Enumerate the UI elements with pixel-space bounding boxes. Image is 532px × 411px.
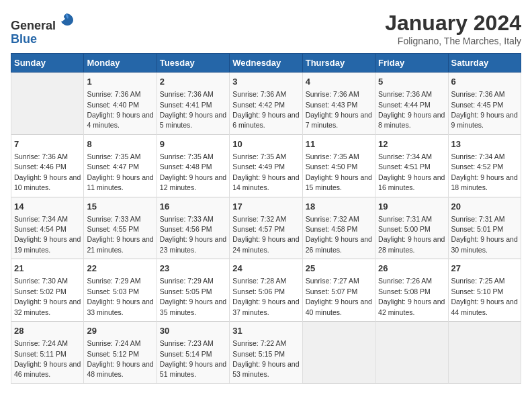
day-number: 14	[14, 201, 81, 213]
location-text: Folignano, The Marches, Italy	[385, 36, 521, 46]
header-saturday: Saturday	[448, 54, 521, 73]
day-cell: 18Sunrise: 7:32 AMSunset: 4:58 PMDayligh…	[302, 197, 375, 259]
day-number: 7	[14, 138, 81, 150]
day-number: 8	[87, 138, 153, 150]
logo-blue-text: Blue	[11, 32, 37, 46]
day-number: 30	[160, 325, 226, 337]
day-number: 18	[306, 201, 372, 213]
day-cell: 17Sunrise: 7:32 AMSunset: 4:57 PMDayligh…	[230, 197, 302, 259]
day-cell: 21Sunrise: 7:30 AMSunset: 5:02 PMDayligh…	[11, 259, 84, 322]
sunrise-text: Sunrise: 7:32 AMSunset: 4:58 PMDaylight:…	[306, 215, 372, 254]
day-cell: 12Sunrise: 7:34 AMSunset: 4:51 PMDayligh…	[375, 134, 448, 197]
day-number: 5	[378, 76, 445, 88]
header-sunday: Sunday	[11, 54, 84, 73]
day-number: 6	[451, 76, 518, 88]
day-cell: 25Sunrise: 7:27 AMSunset: 5:07 PMDayligh…	[302, 259, 375, 322]
page-header: General Blue January 2024 Folignano, The…	[11, 11, 521, 46]
logo: General Blue	[11, 11, 76, 46]
day-cell: 2Sunrise: 7:36 AMSunset: 4:41 PMDaylight…	[157, 73, 229, 135]
sunrise-text: Sunrise: 7:31 AMSunset: 5:01 PMDaylight:…	[451, 215, 518, 254]
day-cell	[375, 322, 448, 384]
sunrise-text: Sunrise: 7:24 AMSunset: 5:11 PMDaylight:…	[14, 339, 81, 378]
day-cell	[302, 322, 375, 384]
day-number: 9	[160, 138, 226, 150]
day-cell: 7Sunrise: 7:36 AMSunset: 4:46 PMDaylight…	[11, 134, 84, 197]
sunrise-text: Sunrise: 7:35 AMSunset: 4:48 PMDaylight:…	[160, 152, 226, 191]
day-number: 24	[232, 263, 299, 275]
sunrise-text: Sunrise: 7:25 AMSunset: 5:10 PMDaylight:…	[451, 277, 518, 316]
day-cell: 28Sunrise: 7:24 AMSunset: 5:11 PMDayligh…	[11, 322, 84, 384]
day-cell: 4Sunrise: 7:36 AMSunset: 4:43 PMDaylight…	[302, 73, 375, 135]
header-monday: Monday	[84, 54, 157, 73]
day-number: 15	[87, 201, 153, 213]
sunrise-text: Sunrise: 7:36 AMSunset: 4:41 PMDaylight:…	[160, 90, 226, 129]
sunrise-text: Sunrise: 7:29 AMSunset: 5:03 PMDaylight:…	[87, 277, 153, 316]
sunrise-text: Sunrise: 7:34 AMSunset: 4:52 PMDaylight:…	[451, 152, 518, 191]
week-row-3: 14Sunrise: 7:34 AMSunset: 4:54 PMDayligh…	[11, 197, 521, 259]
day-number: 1	[87, 76, 153, 88]
header-wednesday: Wednesday	[230, 54, 302, 73]
day-number: 4	[306, 76, 372, 88]
day-number: 29	[87, 325, 153, 337]
week-row-4: 21Sunrise: 7:30 AMSunset: 5:02 PMDayligh…	[11, 259, 521, 322]
day-cell: 14Sunrise: 7:34 AMSunset: 4:54 PMDayligh…	[11, 197, 84, 259]
day-cell: 11Sunrise: 7:35 AMSunset: 4:50 PMDayligh…	[302, 134, 375, 197]
sunrise-text: Sunrise: 7:31 AMSunset: 5:00 PMDaylight:…	[378, 215, 445, 254]
day-number: 10	[232, 138, 299, 150]
day-cell: 31Sunrise: 7:22 AMSunset: 5:15 PMDayligh…	[230, 322, 302, 384]
week-row-5: 28Sunrise: 7:24 AMSunset: 5:11 PMDayligh…	[11, 322, 521, 384]
day-cell: 30Sunrise: 7:23 AMSunset: 5:14 PMDayligh…	[157, 322, 229, 384]
sunrise-text: Sunrise: 7:34 AMSunset: 4:51 PMDaylight:…	[378, 152, 445, 191]
sunrise-text: Sunrise: 7:36 AMSunset: 4:46 PMDaylight:…	[14, 152, 81, 191]
day-number: 11	[306, 138, 372, 150]
day-number: 12	[378, 138, 445, 150]
sunrise-text: Sunrise: 7:26 AMSunset: 5:08 PMDaylight:…	[378, 277, 445, 316]
logo-bird-icon	[57, 11, 76, 30]
day-number: 31	[232, 325, 299, 337]
day-cell: 5Sunrise: 7:36 AMSunset: 4:44 PMDaylight…	[375, 73, 448, 135]
sunrise-text: Sunrise: 7:23 AMSunset: 5:14 PMDaylight:…	[160, 339, 226, 378]
day-cell: 3Sunrise: 7:36 AMSunset: 4:42 PMDaylight…	[230, 73, 302, 135]
sunrise-text: Sunrise: 7:33 AMSunset: 4:55 PMDaylight:…	[87, 215, 153, 254]
sunrise-text: Sunrise: 7:27 AMSunset: 5:07 PMDaylight:…	[306, 277, 372, 316]
day-number: 23	[160, 263, 226, 275]
week-row-1: 1Sunrise: 7:36 AMSunset: 4:40 PMDaylight…	[11, 73, 521, 135]
day-cell: 1Sunrise: 7:36 AMSunset: 4:40 PMDaylight…	[84, 73, 157, 135]
sunrise-text: Sunrise: 7:24 AMSunset: 5:12 PMDaylight:…	[87, 339, 153, 378]
day-cell: 6Sunrise: 7:36 AMSunset: 4:45 PMDaylight…	[448, 73, 521, 135]
day-cell: 9Sunrise: 7:35 AMSunset: 4:48 PMDaylight…	[157, 134, 229, 197]
sunrise-text: Sunrise: 7:33 AMSunset: 4:56 PMDaylight:…	[160, 215, 226, 254]
sunrise-text: Sunrise: 7:35 AMSunset: 4:47 PMDaylight:…	[87, 152, 153, 191]
day-number: 21	[14, 263, 81, 275]
day-cell: 16Sunrise: 7:33 AMSunset: 4:56 PMDayligh…	[157, 197, 229, 259]
sunrise-text: Sunrise: 7:35 AMSunset: 4:49 PMDaylight:…	[232, 152, 299, 191]
sunrise-text: Sunrise: 7:35 AMSunset: 4:50 PMDaylight:…	[306, 152, 372, 191]
day-cell: 26Sunrise: 7:26 AMSunset: 5:08 PMDayligh…	[375, 259, 448, 322]
day-cell: 13Sunrise: 7:34 AMSunset: 4:52 PMDayligh…	[448, 134, 521, 197]
day-number: 16	[160, 201, 226, 213]
sunrise-text: Sunrise: 7:29 AMSunset: 5:05 PMDaylight:…	[160, 277, 226, 316]
header-thursday: Thursday	[302, 54, 375, 73]
sunrise-text: Sunrise: 7:34 AMSunset: 4:54 PMDaylight:…	[14, 215, 81, 254]
sunrise-text: Sunrise: 7:32 AMSunset: 4:57 PMDaylight:…	[232, 215, 299, 254]
day-number: 26	[378, 263, 445, 275]
week-row-2: 7Sunrise: 7:36 AMSunset: 4:46 PMDaylight…	[11, 134, 521, 197]
day-number: 3	[232, 76, 299, 88]
day-cell: 22Sunrise: 7:29 AMSunset: 5:03 PMDayligh…	[84, 259, 157, 322]
day-cell	[11, 73, 84, 135]
day-cell: 19Sunrise: 7:31 AMSunset: 5:00 PMDayligh…	[375, 197, 448, 259]
day-cell: 24Sunrise: 7:28 AMSunset: 5:06 PMDayligh…	[230, 259, 302, 322]
logo-general-text: General	[11, 19, 56, 32]
day-number: 20	[451, 201, 518, 213]
title-block: January 2024 Folignano, The Marches, Ita…	[385, 11, 521, 46]
sunrise-text: Sunrise: 7:36 AMSunset: 4:40 PMDaylight:…	[87, 90, 153, 129]
sunrise-text: Sunrise: 7:36 AMSunset: 4:44 PMDaylight:…	[378, 90, 445, 129]
sunrise-text: Sunrise: 7:36 AMSunset: 4:45 PMDaylight:…	[451, 90, 518, 129]
day-number: 27	[451, 263, 518, 275]
sunrise-text: Sunrise: 7:36 AMSunset: 4:43 PMDaylight:…	[306, 90, 372, 129]
header-tuesday: Tuesday	[157, 54, 229, 73]
day-number: 13	[451, 138, 518, 150]
sunrise-text: Sunrise: 7:36 AMSunset: 4:42 PMDaylight:…	[232, 90, 299, 129]
day-cell	[448, 322, 521, 384]
day-cell: 8Sunrise: 7:35 AMSunset: 4:47 PMDaylight…	[84, 134, 157, 197]
